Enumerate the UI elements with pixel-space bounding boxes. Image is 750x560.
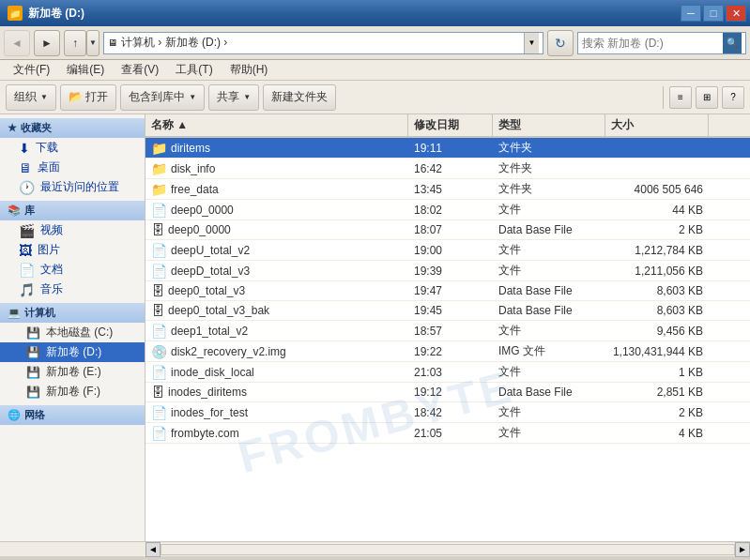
new-folder-label: 新建文件夹 bbox=[271, 89, 328, 105]
sidebar-item-downloads[interactable]: ⬇ 下载 bbox=[0, 138, 145, 158]
window-icon: 📁 bbox=[8, 6, 23, 21]
file-row[interactable]: 📄 deep0_0000 18:02 文件 44 KB bbox=[145, 200, 750, 220]
address-bar[interactable]: 🖥 计算机 › 新加卷 (D:) › ▼ bbox=[103, 32, 543, 54]
file-row[interactable]: 🗄 deep0_total_v3_bak 19:45 Data Base Fil… bbox=[145, 301, 750, 321]
file-row[interactable]: 🗄 deep0_total_v3 19:47 Data Base File 8,… bbox=[145, 281, 750, 301]
file-row[interactable]: 📄 inodes_for_test 18:42 文件 2 KB bbox=[145, 402, 750, 423]
window-title: 新加卷 (D:) bbox=[28, 6, 84, 22]
menu-help[interactable]: 帮助(H) bbox=[222, 60, 276, 80]
up-button[interactable]: ↑ bbox=[64, 30, 86, 56]
main-container: ★ 收藏夹 ⬇ 下载 🖥 桌面 🕐 最近访问的位置 📚 库 � bbox=[0, 114, 750, 541]
file-icon: 📄 bbox=[151, 243, 167, 258]
toolbar: 组织 ▼ 📂 打开 包含到库中 ▼ 共享 ▼ 新建文件夹 ≡ ⊞ ? bbox=[0, 81, 750, 114]
search-button[interactable]: 🔍 bbox=[723, 33, 742, 53]
file-name: free_data bbox=[171, 183, 219, 196]
scroll-left-button[interactable]: ◄ bbox=[145, 542, 161, 557]
sidebar-header-library[interactable]: 📚 库 bbox=[0, 201, 145, 220]
close-button[interactable]: ✕ bbox=[726, 5, 746, 22]
file-icon: 📄 bbox=[151, 324, 167, 339]
file-row[interactable]: 🗄 inodes_diritems 19:12 Data Base File 2… bbox=[145, 383, 750, 402]
sidebar-item-music[interactable]: 🎵 音乐 bbox=[0, 280, 145, 299]
pictures-icon: 🖼 bbox=[19, 243, 32, 258]
file-size: 1 KB bbox=[605, 364, 709, 381]
sidebar-item-drive-e[interactable]: 💾 新加卷 (E:) bbox=[0, 362, 145, 382]
file-name: deepU_total_v2 bbox=[171, 244, 250, 257]
sidebar-item-desktop[interactable]: 🖥 桌面 bbox=[0, 158, 145, 177]
new-folder-button[interactable]: 新建文件夹 bbox=[263, 84, 336, 111]
file-row[interactable]: 📄 deepU_total_v2 19:00 文件 1,212,784 KB bbox=[145, 240, 750, 261]
drive-f-label: 新加卷 (F:) bbox=[46, 384, 100, 400]
sidebar-item-documents[interactable]: 📄 文档 bbox=[0, 260, 145, 280]
drive-c-icon: 💾 bbox=[26, 326, 40, 340]
file-name-cell: 📄 inodes_for_test bbox=[145, 403, 408, 422]
file-type: 文件 bbox=[493, 362, 605, 382]
up-dropdown[interactable]: ▼ bbox=[86, 30, 99, 56]
computer-icon: 💻 bbox=[8, 307, 21, 319]
header-date[interactable]: 修改日期 bbox=[408, 114, 493, 136]
menu-edit[interactable]: 编辑(E) bbox=[59, 60, 112, 80]
maximize-button[interactable]: □ bbox=[703, 5, 724, 22]
menu-view[interactable]: 查看(V) bbox=[114, 60, 166, 80]
file-size: 1,212,784 KB bbox=[605, 242, 709, 259]
scrollbar-area: ◄ ► bbox=[0, 541, 750, 556]
minimize-button[interactable]: ─ bbox=[681, 5, 701, 22]
sidebar-item-drive-c[interactable]: 💾 本地磁盘 (C:) bbox=[0, 323, 145, 342]
file-name: disk_info bbox=[171, 162, 215, 175]
file-row[interactable]: 📁 disk_info 16:42 文件夹 bbox=[145, 159, 750, 179]
sidebar-item-recent[interactable]: 🕐 最近访问的位置 bbox=[0, 177, 145, 197]
drive-d-label: 新加卷 (D:) bbox=[46, 344, 101, 360]
sidebar-item-drive-f[interactable]: 💾 新加卷 (F:) bbox=[0, 382, 145, 401]
forward-button[interactable]: ► bbox=[34, 30, 60, 56]
view-details-button[interactable]: ⊞ bbox=[696, 86, 718, 109]
address-dropdown[interactable]: ▼ bbox=[524, 33, 539, 53]
header-size[interactable]: 大小 bbox=[605, 114, 709, 136]
header-name[interactable]: 名称 ▲ bbox=[145, 114, 408, 136]
search-bar[interactable]: 🔍 bbox=[577, 32, 746, 54]
search-input[interactable] bbox=[582, 37, 723, 50]
menu-file[interactable]: 文件(F) bbox=[6, 60, 57, 80]
open-button[interactable]: 📂 打开 bbox=[60, 84, 116, 111]
view-help-button[interactable]: ? bbox=[722, 86, 744, 109]
sidebar-header-network[interactable]: 🌐 网络 bbox=[0, 405, 145, 425]
sidebar-item-videos[interactable]: 🎬 视频 bbox=[0, 220, 145, 240]
file-date: 18:42 bbox=[408, 404, 493, 421]
file-name: deep0_0000 bbox=[168, 223, 231, 236]
organize-button[interactable]: 组织 ▼ bbox=[6, 84, 56, 111]
file-date: 18:07 bbox=[408, 221, 493, 238]
file-row[interactable]: 📄 inode_disk_local 21:03 文件 1 KB bbox=[145, 362, 750, 383]
file-size: 4 KB bbox=[605, 425, 709, 442]
view-list-button[interactable]: ≡ bbox=[669, 86, 692, 109]
sidebar-item-pictures[interactable]: 🖼 图片 bbox=[0, 240, 145, 260]
sidebar-header-favorites[interactable]: ★ 收藏夹 bbox=[0, 118, 145, 138]
horizontal-scrollbar[interactable] bbox=[161, 544, 735, 555]
sidebar-item-drive-d[interactable]: 💾 新加卷 (D:) bbox=[0, 342, 145, 362]
drive-e-label: 新加卷 (E:) bbox=[46, 364, 101, 380]
library-label: 库 bbox=[24, 204, 35, 218]
scroll-right-button[interactable]: ► bbox=[735, 542, 750, 557]
file-name-cell: 💿 disk2_recovery_v2.img bbox=[145, 342, 408, 361]
file-size bbox=[605, 167, 709, 171]
refresh-button[interactable]: ↻ bbox=[547, 30, 574, 56]
download-icon: ⬇ bbox=[19, 141, 30, 156]
file-row[interactable]: 📁 free_data 13:45 文件夹 4006 505 646 bbox=[145, 179, 750, 200]
back-button[interactable]: ◄ bbox=[4, 30, 30, 56]
file-icon: 📁 bbox=[151, 182, 167, 197]
file-row[interactable]: 📄 deepD_total_v3 19:39 文件 1,211,056 KB bbox=[145, 261, 750, 281]
file-row[interactable]: 📄 frombyte.com 21:05 文件 4 KB bbox=[145, 423, 750, 444]
file-name-cell: 📄 inode_disk_local bbox=[145, 363, 408, 382]
header-type[interactable]: 类型 bbox=[493, 114, 605, 136]
file-row[interactable]: 📁 diritems 19:11 文件夹 bbox=[145, 138, 750, 159]
sidebar-header-computer[interactable]: 💻 计算机 bbox=[0, 303, 145, 323]
file-date: 21:05 bbox=[408, 425, 493, 442]
menu-tools[interactable]: 工具(T) bbox=[168, 60, 220, 80]
include-library-button[interactable]: 包含到库中 ▼ bbox=[120, 84, 205, 111]
file-row[interactable]: 💿 disk2_recovery_v2.img 19:22 IMG 文件 1,1… bbox=[145, 341, 750, 362]
share-button[interactable]: 共享 ▼ bbox=[208, 84, 259, 111]
title-bar: 📁 新加卷 (D:) ─ □ ✕ bbox=[0, 0, 750, 26]
toolbar-right: ≡ ⊞ ? bbox=[661, 86, 744, 109]
file-row[interactable]: 🗄 deep0_0000 18:07 Data Base File 2 KB bbox=[145, 220, 750, 240]
file-name: deep0_total_v3_bak bbox=[168, 304, 269, 317]
file-row[interactable]: 📄 deep1_total_v2 18:57 文件 9,456 KB bbox=[145, 321, 750, 341]
downloads-label: 下载 bbox=[36, 140, 58, 156]
documents-label: 文档 bbox=[40, 262, 63, 278]
